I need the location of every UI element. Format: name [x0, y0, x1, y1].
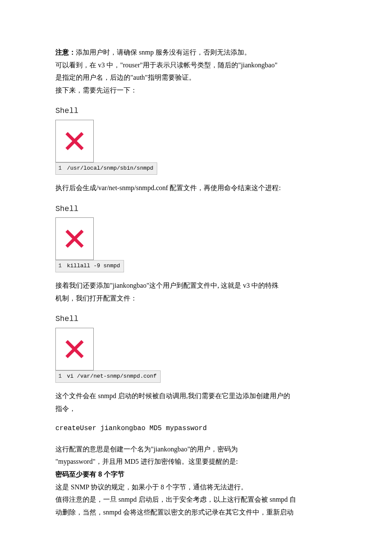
- body-text: 这是 SNMP 协议的规定，如果小于 8 个字节，通信将无法进行。: [55, 482, 337, 493]
- line-number: 1: [58, 372, 63, 381]
- body-text: 动删除，当然，snmpd 会将这些配置以密文的形式记录在其它文件中，重新启动: [55, 507, 337, 518]
- x-icon: [63, 129, 86, 153]
- body-text: 是指定的用户名，后边的"auth"指明需要验证。: [55, 72, 337, 83]
- code-text: /usr/local/snmp/sbin/snmpd: [67, 165, 153, 171]
- code-block: 1killall -9 snmpd: [55, 260, 124, 272]
- shell-label: Shell: [55, 313, 337, 325]
- body-text: 机制，我们打开配置文件：: [55, 293, 337, 304]
- code-block: 1/usr/local/snmp/sbin/snmpd: [55, 162, 157, 175]
- x-icon: [63, 227, 86, 251]
- x-icon: [63, 337, 86, 361]
- body-text: 这行配置的意思是创建一个名为"jiankongbao"的用户，密码为: [55, 444, 337, 455]
- note-label: 注意：: [55, 49, 76, 56]
- body-text: "mypassword"，并且用 MD5 进行加密传输。这里要提醒的是:: [55, 456, 337, 467]
- code-block: 1vi /var/net-snmp/snmpd.conf: [55, 370, 161, 383]
- body-text: 接下来，需要先运行一下：: [55, 85, 337, 96]
- shell-label: Shell: [55, 203, 337, 215]
- body-text: 这个文件会在 snmpd 启动的时候被自动调用,我们需要在它里边添加创建用户的: [55, 390, 337, 402]
- body-text: 接着我们还要添加"jiankongbao"这个用户到配置文件中, 这就是 v3 …: [55, 280, 337, 291]
- create-user-command: createUser jiankongbao MD5 mypassword: [55, 423, 337, 434]
- line-number: 1: [58, 262, 63, 271]
- code-text: killall -9 snmpd: [67, 263, 120, 269]
- code-text: vi /var/net-snmp/snmpd.conf: [67, 373, 157, 379]
- password-rule: 密码至少要有 8 个字节: [55, 469, 337, 480]
- broken-image-icon: [55, 217, 94, 260]
- body-text: 执行后会生成/var/net-snmp/snmpd.conf 配置文件，再使用命…: [55, 182, 337, 194]
- shell-label: Shell: [55, 105, 337, 117]
- note-line: 注意：添加用户时，请确保 snmp 服务没有运行，否则无法添加。: [55, 47, 337, 58]
- document-page: 注意：添加用户时，请确保 snmp 服务没有运行，否则无法添加。 可以看到，在 …: [0, 0, 392, 545]
- note-text: 添加用户时，请确保 snmp 服务没有运行，否则无法添加。: [76, 49, 251, 56]
- body-text: 值得注意的是，一旦 snmpd 启动后，出于安全考虑，以上这行配置会被 snmp…: [55, 494, 337, 505]
- broken-image-icon: [55, 120, 94, 162]
- body-text: 指令，: [55, 403, 337, 414]
- body-text: 可以看到，在 v3 中，"rouser"用于表示只读帐号类型，随后的"jiank…: [55, 60, 337, 71]
- broken-image-icon: [55, 328, 94, 370]
- line-number: 1: [58, 164, 63, 173]
